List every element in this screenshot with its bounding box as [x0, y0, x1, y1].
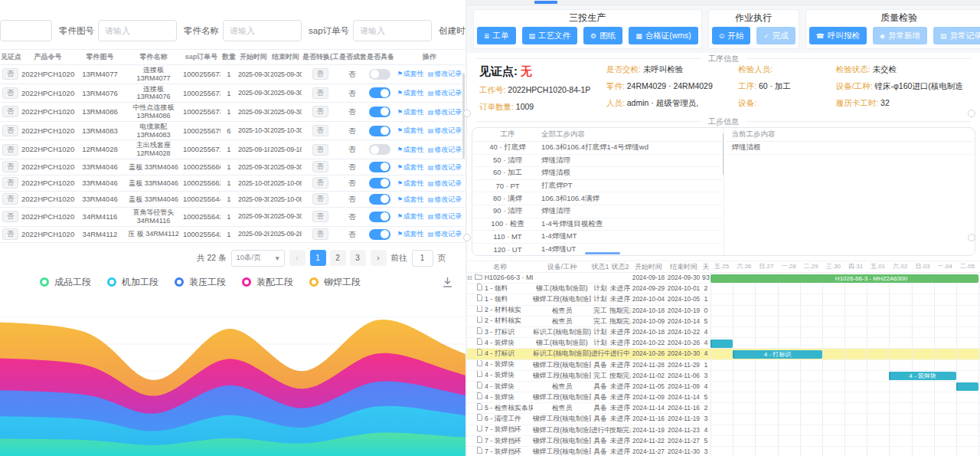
- action-link-成套性[interactable]: ⚑成套性: [397, 70, 424, 78]
- gantt-row[interactable]: 7 - 装焊挡环铆焊工段(核电制造部)进行中按期完成2024-11-192024…: [467, 425, 980, 436]
- step-row[interactable]: 100 · 检查1-4号焊缝目视检查: [474, 218, 722, 231]
- button-完成[interactable]: ✓完成: [756, 27, 795, 44]
- resize-handle[interactable]: [463, 234, 471, 241]
- ready-toggle[interactable]: [369, 178, 390, 189]
- ready-toggle[interactable]: [369, 69, 390, 80]
- gantt-row[interactable]: 5 - 检查核实条块外径检查员具备未进序2024-11-142024-11-16…: [467, 403, 980, 414]
- ready-toggle[interactable]: [369, 87, 390, 98]
- action-link-修改记录[interactable]: ▤修改记录: [428, 163, 462, 172]
- gantt-row[interactable]: 7 - 装焊挡环铆焊工段(核电制造部)具备未进序2024-11-222024-1…: [467, 436, 980, 447]
- vertical-scrollbar-thumb[interactable]: [723, 133, 724, 176]
- table-row[interactable]: 否2022HPCH1020-84-2M33RM4046盖板 33RM404610…: [0, 176, 466, 192]
- action-link-成套性[interactable]: ⚑成套性: [397, 195, 424, 204]
- gantt-row[interactable]: ⊟H1026-66-3 · MHZ2A63002024-09-182024-09…: [467, 273, 980, 284]
- table-row[interactable]: 否2022HPCH1020-84-1M33RM4046盖板 33RM404610…: [0, 192, 466, 208]
- ready-toggle[interactable]: [369, 144, 390, 155]
- button-工单[interactable]: ≣工单: [477, 27, 516, 44]
- button-合格证(wms)[interactable]: ▦合格证(wms): [629, 27, 698, 44]
- legend-item[interactable]: 装配工段: [242, 276, 293, 289]
- filter-input[interactable]: 请输入: [98, 20, 177, 41]
- action-link-修改记录[interactable]: ▤修改记录: [428, 108, 462, 116]
- download-icon[interactable]: [442, 277, 453, 288]
- legend-item[interactable]: 装压工段: [175, 276, 226, 289]
- action-link-修改记录[interactable]: ▤修改记录: [428, 146, 462, 154]
- current-step-row[interactable]: 焊缝清根: [726, 142, 974, 155]
- legend-item[interactable]: 机加工段: [107, 276, 158, 289]
- action-link-修改记录[interactable]: ▤修改记录: [428, 126, 462, 135]
- gantt-task-bar[interactable]: [956, 382, 978, 391]
- ready-toggle[interactable]: [369, 212, 390, 222]
- page-size-select[interactable]: 10条/页 ▾: [231, 250, 285, 267]
- table-row[interactable]: 否2022HPCH1020-84-1M13RM4076连接板 13RM40761…: [0, 84, 466, 103]
- ready-toggle[interactable]: [369, 229, 390, 240]
- legend-item[interactable]: 成品工段: [40, 276, 91, 289]
- action-link-成套性[interactable]: ⚑成套性: [397, 108, 424, 116]
- gantt-task-bar[interactable]: 4 - 打标识: [733, 350, 822, 359]
- button-呼叫报检[interactable]: ☎呼叫报检: [809, 27, 867, 44]
- gantt-row[interactable]: 4 - 装焊块铆焊工段(核电制造部)具备未进序2024-11-282024-11…: [467, 360, 980, 371]
- page-button-2[interactable]: 2: [330, 250, 346, 266]
- collapse-icon[interactable]: ⊟: [467, 273, 472, 283]
- button-开始[interactable]: ⊙开始: [712, 27, 751, 44]
- step-row[interactable]: 110 · MT1-4焊缝MT: [474, 231, 722, 244]
- action-link-修改记录[interactable]: ▤修改记录: [428, 89, 462, 97]
- filter-input[interactable]: 请输入: [353, 20, 432, 41]
- action-link-修改记录[interactable]: ▤修改记录: [428, 212, 462, 221]
- gantt-row[interactable]: 2 - 材料核实检查员完工拖期完成2024-10-092024-10-145: [467, 317, 980, 327]
- gantt-group-bar[interactable]: H1026-66-3 - MHZ2A6300: [710, 274, 978, 283]
- goto-page-input[interactable]: [412, 250, 433, 267]
- step-row[interactable]: 70 · PT打底焊PT: [474, 180, 722, 193]
- gantt-row[interactable]: 7 - 装焊挡环铆焊工段(核电制造部)具备未进序2024-11-272024-1…: [467, 447, 980, 456]
- gantt-row[interactable]: 1 - 领料铆焊工段(核电制造部)计划未进序2024-10-042024-10-…: [467, 294, 980, 305]
- clipped-filter-input[interactable]: [0, 20, 52, 41]
- ready-toggle[interactable]: [369, 107, 390, 117]
- button-异常记录[interactable]: ▤异常记录: [933, 27, 980, 44]
- ready-toggle[interactable]: [369, 162, 390, 172]
- resize-handle[interactable]: [463, 110, 471, 117]
- prev-page-button[interactable]: ‹: [289, 250, 305, 266]
- step-row[interactable]: 60 · 加工焊缝清根: [474, 167, 722, 180]
- resize-handle[interactable]: [968, 110, 975, 117]
- active-tab-indicator[interactable]: [534, 1, 557, 4]
- action-link-成套性[interactable]: ⚑成套性: [397, 179, 424, 188]
- gantt-row[interactable]: 4 - 装焊块铆工(核电制造部)计划未进序2024-10-222024-10-2…: [467, 338, 980, 349]
- legend-item[interactable]: 铆焊工段: [309, 276, 361, 289]
- table-row[interactable]: 否2022HPCH1020-84-1M13RM4086中性点连接板 13RM40…: [0, 103, 466, 122]
- gantt-row[interactable]: 4 - 打标识标识工(核电制造部)进行中进行中2024-10-262024-10…: [467, 349, 980, 359]
- page-button-1[interactable]: 1: [310, 250, 326, 266]
- button-图纸[interactable]: ⚙图纸: [583, 27, 622, 44]
- action-link-修改记录[interactable]: ▤修改记录: [428, 230, 462, 238]
- table-row[interactable]: 否2022HPCH1020-84-1M34RM4112压 板 34RM41121…: [0, 227, 466, 243]
- action-link-成套性[interactable]: ⚑成套性: [397, 146, 424, 154]
- gantt-row[interactable]: 4 - 装焊块铆焊工段(核电制造部)完工按期完成2024-11-022024-1…: [467, 371, 980, 382]
- gantt-row[interactable]: 1 - 领料铆工(核电制造部)计划未进序2024-09-292024-10-01…: [467, 284, 980, 294]
- action-link-成套性[interactable]: ⚑成套性: [397, 89, 424, 97]
- gantt-row[interactable]: 2 - 材料核实检查员完工拖期完成2024-10-182024-10-190: [467, 306, 980, 317]
- table-row[interactable]: 否2022HPCH1020-84-1M12RM4028主出线套座 12RM402…: [0, 140, 466, 159]
- button-工艺文件[interactable]: ▤工艺文件: [522, 27, 578, 44]
- action-link-成套性[interactable]: ⚑成套性: [397, 163, 424, 172]
- table-row[interactable]: 否2022HPCH1020-84-1M13RM4083电缆装配 13RM4083…: [0, 122, 466, 141]
- table-row[interactable]: 否2022HPCH1020-84-3M33RM4046盖板 33RM404610…: [0, 159, 466, 176]
- step-row[interactable]: 80 · 满焊106.3和106.4满焊: [474, 192, 722, 205]
- horizontal-scrollbar-thumb[interactable]: [585, 252, 620, 254]
- resize-handle[interactable]: [968, 234, 975, 241]
- gantt-row[interactable]: 4 - 装焊块铆焊工段(核电制造部)具备未进序2024-11-092024-11…: [467, 392, 980, 403]
- step-row[interactable]: 90 · 清理焊缝清理: [474, 205, 722, 218]
- next-page-button[interactable]: ›: [371, 250, 387, 266]
- page-button-3[interactable]: 3: [350, 250, 366, 266]
- action-link-修改记录[interactable]: ▤修改记录: [428, 70, 462, 78]
- step-row[interactable]: 50 · 清理焊缝清理: [474, 155, 722, 168]
- table-row[interactable]: 否2022HPCH1020-84-1M34RM4116直角等径管头 34RM41…: [0, 208, 466, 227]
- gantt-row[interactable]: 4 - 装焊块检查员具备未进序2024-11-052024-11-094: [467, 382, 980, 392]
- filter-input[interactable]: 请输入: [223, 20, 302, 41]
- table-row[interactable]: 否2022HPCH1020-84-1M13RM4077连接板 13RM40771…: [0, 65, 466, 84]
- gantt-row[interactable]: 3 - 打标识标识工(核电制造部)计划未进序2024-10-182024-10-…: [467, 327, 980, 338]
- action-link-修改记录[interactable]: ▤修改记录: [428, 195, 462, 204]
- ready-toggle[interactable]: [369, 194, 390, 205]
- action-link-成套性[interactable]: ⚑成套性: [397, 212, 424, 221]
- action-link-成套性[interactable]: ⚑成套性: [397, 126, 424, 135]
- gantt-row[interactable]: 6 - 清理工件铆焊工段(核电制造部)具备未进序2024-11-162024-1…: [467, 414, 980, 425]
- gantt-task-bar[interactable]: 4 - 装焊块: [889, 372, 956, 380]
- step-row[interactable]: 40 · 打底焊106.3和106.4打底焊1-4号焊缝wd: [474, 142, 722, 155]
